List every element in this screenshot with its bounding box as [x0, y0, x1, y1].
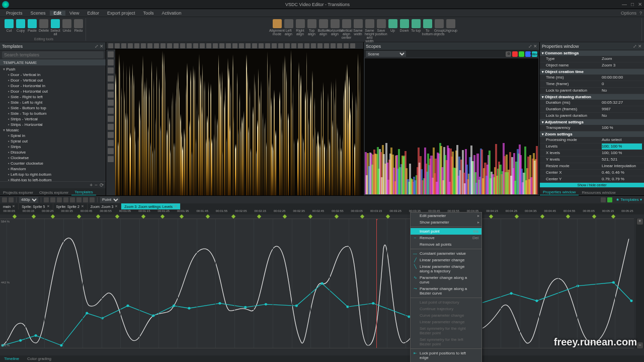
options-menu[interactable]: Options: [621, 11, 636, 16]
minimize-button[interactable]: —: [622, 2, 627, 7]
context-menu-item[interactable]: −RemoveDel: [411, 235, 481, 241]
props-tab[interactable]: Resources window: [579, 190, 618, 195]
property-row[interactable]: Transparency100 %: [540, 125, 644, 131]
template-item[interactable]: ▪ Door - Horizontal out: [0, 89, 106, 94]
side-tool-button[interactable]: [108, 116, 114, 122]
menu-projects[interactable]: Projects: [2, 11, 27, 16]
context-menu-item[interactable]: ◆Insert pointIns: [411, 228, 481, 235]
side-tool-button[interactable]: [108, 84, 114, 90]
preview-tool-button[interactable]: [285, 43, 290, 48]
context-menu-item[interactable]: ∿Parameter change along a curve: [411, 274, 481, 285]
parameter-graph[interactable]: 584 % 442 % 100 %: [0, 219, 634, 348]
property-row[interactable]: Center X0.46; 0.46 %: [540, 170, 644, 176]
preview-tool-button[interactable]: [206, 43, 211, 48]
template-item[interactable]: ▪ Spiral out: [0, 138, 106, 144]
preview-tool-button[interactable]: [160, 43, 166, 48]
preview-tool-button[interactable]: [115, 43, 120, 48]
select-all-button[interactable]: Select all: [50, 19, 60, 36]
side-tool-button[interactable]: [108, 156, 114, 162]
preview-tool-button[interactable]: [128, 43, 133, 48]
template-item[interactable]: ▪ Counter clockwise: [0, 161, 106, 166]
menu-export-project[interactable]: Export project: [103, 11, 139, 16]
tl-btn[interactable]: [90, 197, 95, 202]
property-row[interactable]: Lock to parent durationNo: [540, 113, 644, 119]
template-item[interactable]: ▪ Strips - Vertical: [0, 116, 106, 122]
menu-tools[interactable]: Tools: [139, 11, 157, 16]
property-row[interactable]: Duration (frames)9987: [540, 106, 644, 113]
loop-button[interactable]: [76, 197, 82, 202]
context-menu-item[interactable]: Remove all points: [411, 241, 481, 248]
left-tab[interactable]: Projects explorer: [0, 190, 36, 195]
property-row[interactable]: Duration (ms)00:05:32:27: [540, 100, 644, 106]
close-panel-icon[interactable]: ✕: [100, 44, 104, 49]
preview-tool-button[interactable]: [154, 43, 159, 48]
menu-scenes[interactable]: Scenes: [27, 11, 50, 16]
context-menu-item[interactable]: —Constant parameter value: [411, 250, 481, 257]
side-tool-button[interactable]: [108, 76, 114, 82]
context-menu-item[interactable]: Edit parameter▸: [411, 212, 481, 219]
same-width-button[interactable]: Same width: [353, 19, 363, 36]
tl-btn[interactable]: [607, 197, 612, 202]
top-align-button[interactable]: Top align: [307, 19, 317, 36]
preview-tool-button[interactable]: [187, 43, 192, 48]
same-height-and-width-button[interactable]: Same height and width: [365, 19, 375, 43]
property-row[interactable]: Time (ms)00:00:00:00: [540, 75, 644, 81]
preview-tool-button[interactable]: [272, 43, 277, 48]
preview-tool-button[interactable]: [219, 43, 224, 48]
preview-tool-button[interactable]: [174, 43, 179, 48]
group-objects-button[interactable]: Group objects: [434, 19, 444, 36]
templates-search-input[interactable]: [2, 51, 104, 58]
next-frame-button[interactable]: [70, 197, 75, 202]
property-row[interactable]: Center Y0.79; 0.79 %: [540, 176, 644, 183]
redo-button[interactable]: Redo: [73, 19, 84, 32]
side-tool-button[interactable]: [108, 140, 114, 146]
preview-tool-button[interactable]: [331, 43, 336, 48]
property-row[interactable]: Object nameZoom 3: [540, 62, 644, 69]
template-item[interactable]: ▪ Side - Left to right: [0, 100, 106, 105]
zoom-out-button[interactable]: −: [637, 342, 643, 348]
template-item[interactable]: ▪ Door - Vertical in: [0, 72, 106, 78]
stop-button[interactable]: [63, 197, 68, 202]
menu-activation[interactable]: Activation: [157, 11, 185, 16]
template-item[interactable]: ▪ Door - Horizontal in: [0, 83, 106, 89]
remove-template-button[interactable]: −: [95, 182, 98, 188]
property-section[interactable]: ▾Object drawing duration: [540, 94, 644, 100]
menu-edit[interactable]: Edit: [50, 11, 66, 16]
template-item[interactable]: ▪ Clockwise: [0, 155, 106, 161]
timeline-tab[interactable]: main ✕: [0, 203, 19, 209]
property-row[interactable]: Levels100; 100 %: [540, 143, 644, 150]
up-button[interactable]: Up: [388, 19, 398, 32]
prev-frame-button[interactable]: [50, 197, 55, 202]
template-item[interactable]: ▪ Side - Top to bottom: [0, 111, 106, 116]
preview-tool-button[interactable]: [265, 43, 270, 48]
side-tool-button[interactable]: [108, 51, 114, 57]
template-item[interactable]: ▪ Side - Right to left: [0, 94, 106, 100]
bottom-tab[interactable]: Color grading: [23, 356, 55, 361]
preview-tool-button[interactable]: [141, 43, 146, 48]
property-section[interactable]: ▾Object creation time: [540, 69, 644, 75]
alignment-mode-button[interactable]: Alignment mode: [272, 19, 282, 36]
preview-tool-button[interactable]: [344, 43, 349, 48]
preview-tool-button[interactable]: [324, 43, 329, 48]
down-button[interactable]: Down: [399, 19, 410, 32]
side-tool-button[interactable]: [108, 124, 114, 130]
context-menu-item[interactable]: ⤳Parameter change along a Bezier curve: [411, 285, 481, 297]
timeline-tab[interactable]: Sprite: Sprite 5 ✕: [19, 203, 53, 209]
add-template-button[interactable]: +: [90, 182, 93, 188]
tl-btn[interactable]: [601, 197, 606, 202]
preview-tool-button[interactable]: [108, 43, 113, 48]
pin-icon[interactable]: ⤢: [528, 44, 532, 49]
to-top-button[interactable]: To top: [411, 19, 421, 32]
bottom-tab[interactable]: Timeline: [0, 356, 23, 361]
props-tab[interactable]: Properties window: [540, 189, 579, 195]
property-row[interactable]: X levels100; 100 %: [540, 150, 644, 157]
preview-tool-button[interactable]: [337, 43, 342, 48]
point-mode-select[interactable]: Point: [100, 197, 120, 203]
refresh-button[interactable]: ⟳: [100, 182, 104, 188]
templates-dropdown[interactable]: ★ Templates ▾: [616, 197, 642, 202]
tl-btn[interactable]: [83, 197, 88, 202]
template-item[interactable]: ▪ Door - Vertical out: [0, 78, 106, 83]
zoom-slider[interactable]: + −: [636, 219, 644, 348]
preview-tool-button[interactable]: [298, 43, 303, 48]
side-tool-button[interactable]: [108, 92, 114, 98]
